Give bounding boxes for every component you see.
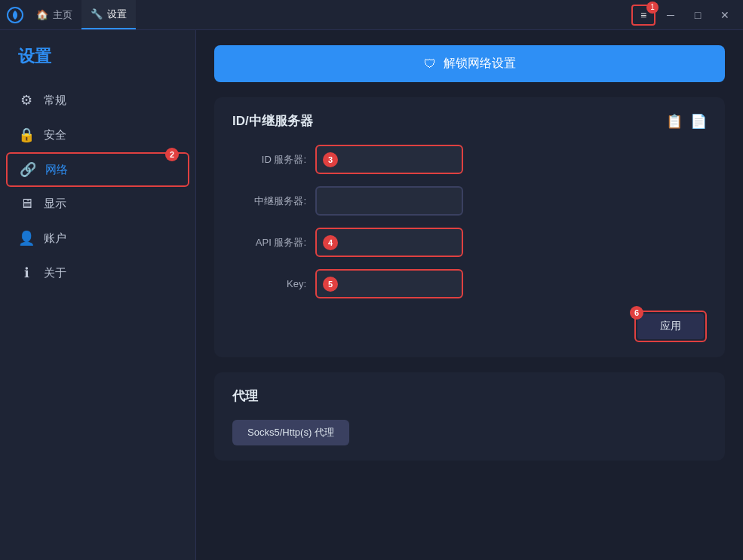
- sidebar-label-about: 关于: [44, 266, 66, 280]
- sidebar-label-display: 显示: [44, 197, 66, 211]
- relay-server-label: 中继服务器:: [232, 194, 315, 208]
- sidebar-item-account[interactable]: 👤 账户: [0, 221, 195, 256]
- home-icon: 🏠: [36, 9, 48, 20]
- sidebar-label-security: 安全: [44, 128, 66, 142]
- sidebar-label-general: 常规: [44, 93, 66, 108]
- key-label: Key:: [232, 278, 315, 289]
- display-icon: 🖥: [18, 196, 35, 212]
- id-server-row: ID 服务器: 3: [232, 145, 707, 174]
- sidebar: 设置 ⚙ 常规 🔒 安全 🔗 网络 2 🖥 显示 👤 账户 ℹ 关于: [0, 30, 196, 560]
- id-server-input[interactable]: [315, 145, 463, 174]
- unlock-banner[interactable]: 🛡 解锁网络设置: [214, 45, 725, 82]
- id-relay-card: ID/中继服务器 📋 📄 ID 服务器: 3 中继服务器:: [214, 97, 725, 357]
- relay-server-wrapper: [315, 186, 707, 216]
- proxy-card-header: 代理: [232, 387, 707, 405]
- app-logo: [6, 6, 24, 24]
- key-wrapper: 5: [315, 269, 707, 298]
- form-actions: 应用 6: [232, 311, 707, 342]
- main-content: 🛡 解锁网络设置 ID/中继服务器 📋 📄 ID 服务器: 3: [196, 30, 743, 560]
- gear-icon: ⚙: [18, 92, 35, 109]
- relay-server-row: 中继服务器:: [232, 186, 707, 216]
- relay-server-input[interactable]: [315, 186, 463, 216]
- card-header: ID/中继服务器 📋 📄: [232, 112, 707, 130]
- id-server-wrapper: 3: [315, 145, 707, 174]
- tab-home[interactable]: 🏠 主页: [27, 0, 81, 29]
- sidebar-item-about[interactable]: ℹ 关于: [0, 256, 195, 290]
- sidebar-label-network: 网络: [45, 163, 68, 177]
- sidebar-item-display[interactable]: 🖥 显示: [0, 187, 195, 221]
- shield-icon: 🛡: [424, 57, 436, 71]
- apply-button[interactable]: 应用: [637, 314, 704, 339]
- info-icon: ℹ: [18, 265, 35, 281]
- settings-tab-icon: 🔧: [91, 8, 103, 20]
- network-icon: 🔗: [20, 161, 36, 178]
- window-controls: ≡ 1 ─ □ ✕: [631, 5, 737, 26]
- network-badge: 2: [165, 148, 179, 161]
- app-body: 设置 ⚙ 常规 🔒 安全 🔗 网络 2 🖥 显示 👤 账户 ℹ 关于: [0, 30, 743, 560]
- minimize-button[interactable]: ─: [659, 5, 683, 26]
- proxy-socks-button[interactable]: Socks5/Http(s) 代理: [232, 420, 349, 445]
- card-actions: 📋 📄: [666, 113, 707, 130]
- sidebar-item-general[interactable]: ⚙ 常规: [0, 83, 195, 118]
- sidebar-item-network[interactable]: 🔗 网络 2: [6, 152, 189, 187]
- api-server-wrapper: 4: [315, 228, 707, 257]
- tab-settings[interactable]: 🔧 设置: [81, 0, 136, 29]
- api-server-label: API 服务器:: [232, 236, 315, 249]
- account-icon: 👤: [18, 230, 35, 246]
- proxy-card-title: 代理: [232, 387, 258, 405]
- apply-button-wrapper: 应用 6: [634, 311, 707, 342]
- key-input[interactable]: [315, 269, 463, 298]
- id-server-label: ID 服务器:: [232, 153, 315, 167]
- key-row: Key: 5: [232, 269, 707, 298]
- proxy-card: 代理 Socks5/Http(s) 代理: [214, 372, 725, 461]
- close-button[interactable]: ✕: [713, 5, 737, 26]
- copy-icon[interactable]: 📋: [666, 113, 683, 130]
- card-title: ID/中继服务器: [232, 112, 313, 130]
- api-server-input[interactable]: [315, 228, 463, 257]
- menu-button[interactable]: ≡ 1: [631, 5, 655, 26]
- paste-icon[interactable]: 📄: [690, 113, 707, 130]
- lock-icon: 🔒: [18, 127, 35, 143]
- menu-badge: 1: [646, 2, 659, 14]
- sidebar-label-account: 账户: [44, 231, 66, 246]
- sidebar-item-security[interactable]: 🔒 安全: [0, 118, 195, 152]
- api-server-row: API 服务器: 4: [232, 228, 707, 257]
- apply-badge: 6: [630, 306, 643, 320]
- sidebar-title: 设置: [0, 45, 195, 83]
- titlebar: 🏠 主页 🔧 设置 ≡ 1 ─ □ ✕: [0, 0, 743, 30]
- maximize-button[interactable]: □: [686, 5, 710, 26]
